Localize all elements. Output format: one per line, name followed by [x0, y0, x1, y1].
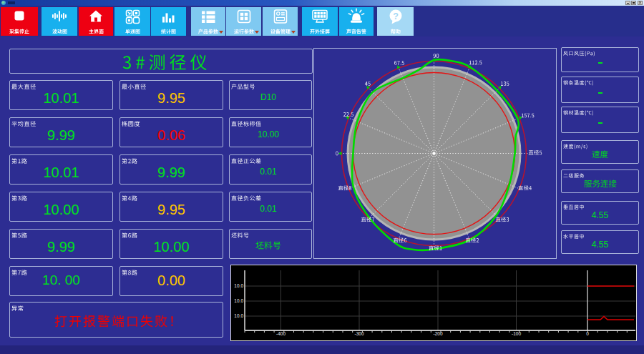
svg-text:-300: -300	[354, 331, 364, 336]
svg-text:10.0: 10.0	[234, 283, 243, 288]
svg-text:-100: -100	[512, 331, 521, 336]
svg-text:-400: -400	[276, 331, 286, 336]
svg-text:10.0: 10.0	[234, 313, 243, 318]
svg-text:0: 0	[586, 331, 589, 336]
svg-text:10.0: 10.0	[234, 298, 243, 303]
svg-text:-200: -200	[433, 331, 442, 336]
svg-text:?: ?	[393, 11, 399, 21]
